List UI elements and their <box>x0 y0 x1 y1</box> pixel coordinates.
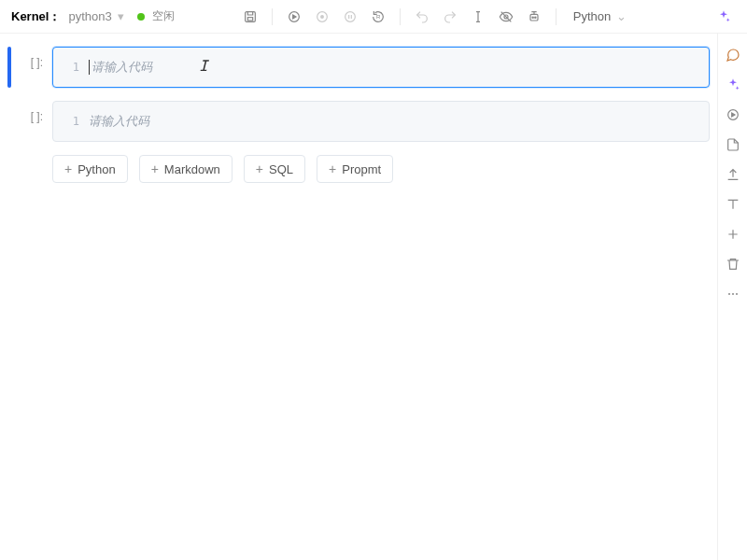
robot-icon[interactable] <box>522 5 546 29</box>
redo-icon[interactable] <box>438 5 462 29</box>
status-dot-icon <box>137 13 145 21</box>
notebook-content: [ ]: 1 请输入代码 I [ ]: 1 请输入代码 +Python +Mar… <box>0 34 717 560</box>
upload-icon[interactable] <box>725 166 741 183</box>
ai-sparkle-icon[interactable] <box>712 5 736 29</box>
plus-icon: + <box>256 161 263 176</box>
add-cell-row: +Python +Markdown +SQL +Propmt <box>52 155 710 183</box>
kernel-label: Kernel： <box>11 8 61 25</box>
kernel-name[interactable]: python3 <box>68 9 111 23</box>
plus-icon: + <box>151 161 159 176</box>
code-cell[interactable]: [ ]: 1 请输入代码 <box>4 101 710 142</box>
code-input[interactable]: 请输入代码 I <box>89 59 709 76</box>
language-label: Python <box>573 9 611 23</box>
svg-point-9 <box>532 17 533 18</box>
line-number: 1 <box>53 61 89 74</box>
cell-body[interactable]: 1 请输入代码 I <box>52 47 710 88</box>
svg-text:R: R <box>376 14 381 20</box>
svg-point-13 <box>732 293 734 295</box>
chevron-down-icon: ⌄ <box>616 9 627 23</box>
visibility-off-icon[interactable] <box>494 5 518 29</box>
cell-prompt: [ ]: <box>4 47 52 88</box>
undo-icon[interactable] <box>410 5 434 29</box>
cursor-icon[interactable] <box>466 5 490 29</box>
cell-body[interactable]: 1 请输入代码 <box>52 101 710 142</box>
svg-point-14 <box>736 293 738 295</box>
svg-point-10 <box>534 17 535 18</box>
svg-point-4 <box>320 15 323 18</box>
text-top-icon[interactable] <box>725 196 741 213</box>
chat-icon[interactable] <box>725 47 741 63</box>
add-markdown-button[interactable]: +Markdown <box>139 155 233 183</box>
restart-icon[interactable]: R <box>366 5 390 29</box>
chevron-down-icon[interactable]: ▾ <box>118 9 124 23</box>
language-select[interactable]: Python ⌄ <box>566 9 634 23</box>
stop-icon <box>310 5 334 29</box>
svg-rect-8 <box>530 14 538 21</box>
top-toolbar: Kernel： python3 ▾ 空闲 R Python ⌄ <box>0 0 747 34</box>
run-icon[interactable] <box>282 5 306 29</box>
code-cell[interactable]: [ ]: 1 请输入代码 I <box>4 47 710 88</box>
file-icon[interactable] <box>725 136 741 153</box>
right-rail <box>717 34 747 560</box>
plus-icon: + <box>64 161 72 176</box>
cell-prompt: [ ]: <box>4 101 52 142</box>
trash-icon[interactable] <box>725 256 741 273</box>
svg-point-5 <box>345 11 355 21</box>
save-icon[interactable] <box>238 5 262 29</box>
kernel-status: 空闲 <box>152 8 175 24</box>
text-cursor-icon: I <box>199 57 208 75</box>
ai-sparkle-icon[interactable] <box>725 77 741 93</box>
plus-icon: + <box>329 161 336 176</box>
plus-icon[interactable] <box>725 226 741 243</box>
svg-point-12 <box>728 293 730 295</box>
line-number: 1 <box>53 115 89 128</box>
add-prompt-button[interactable]: +Propmt <box>317 155 393 183</box>
add-sql-button[interactable]: +SQL <box>244 155 305 183</box>
svg-rect-1 <box>247 17 252 20</box>
pause-icon <box>338 5 362 29</box>
add-python-button[interactable]: +Python <box>52 155 128 183</box>
run-all-icon[interactable] <box>725 106 741 123</box>
code-input[interactable]: 请输入代码 <box>89 113 709 130</box>
more-icon[interactable] <box>725 286 741 302</box>
